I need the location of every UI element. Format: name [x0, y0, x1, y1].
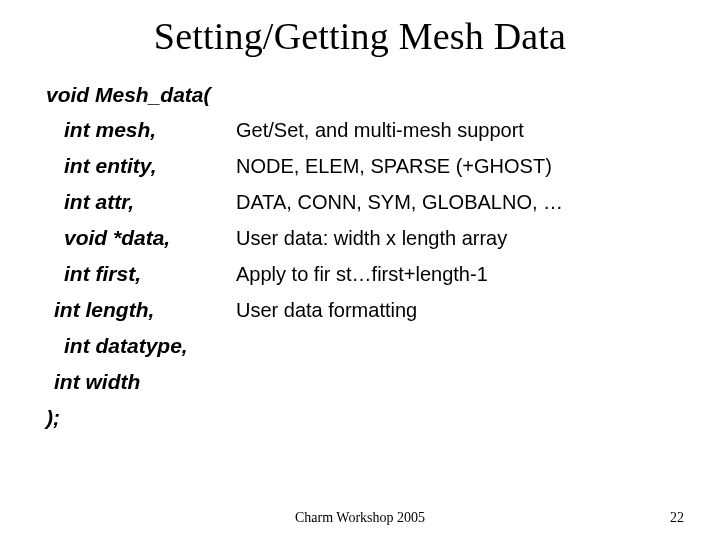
param-name: int entity, [46, 154, 236, 178]
param-name: int mesh, [46, 118, 236, 142]
param-row: int attr, DATA, CONN, SYM, GLOBALNO, … [46, 190, 680, 214]
param-row: int mesh, Get/Set, and multi-mesh suppor… [46, 118, 680, 142]
slide-title: Setting/Getting Mesh Data [40, 14, 680, 58]
param-desc: DATA, CONN, SYM, GLOBALNO, … [236, 191, 563, 214]
param-row: int length, User data formatting [46, 298, 680, 322]
page-number: 22 [670, 510, 684, 526]
function-closing: ); [46, 406, 680, 430]
param-name: void *data, [46, 226, 236, 250]
function-signature: void Mesh_data( [46, 84, 680, 106]
param-desc: User data: width x length array [236, 227, 507, 250]
param-desc: Get/Set, and multi-mesh support [236, 119, 524, 142]
param-row: int first, Apply to fir st…first+length-… [46, 262, 680, 286]
param-row: int width [46, 370, 680, 394]
param-name: int first, [46, 262, 236, 286]
param-desc: Apply to fir st…first+length-1 [236, 263, 488, 286]
param-name: int width [46, 370, 236, 394]
param-row: int datatype, [46, 334, 680, 358]
slide-content: void Mesh_data( int mesh, Get/Set, and m… [40, 84, 680, 430]
param-row: int entity, NODE, ELEM, SPARSE (+GHOST) [46, 154, 680, 178]
param-name: int length, [46, 298, 236, 322]
param-desc: User data formatting [236, 299, 417, 322]
footer-text: Charm Workshop 2005 [295, 510, 425, 526]
slide: Setting/Getting Mesh Data void Mesh_data… [0, 0, 720, 540]
param-desc: NODE, ELEM, SPARSE (+GHOST) [236, 155, 552, 178]
param-row: void *data, User data: width x length ar… [46, 226, 680, 250]
param-name: int attr, [46, 190, 236, 214]
param-name: int datatype, [46, 334, 236, 358]
